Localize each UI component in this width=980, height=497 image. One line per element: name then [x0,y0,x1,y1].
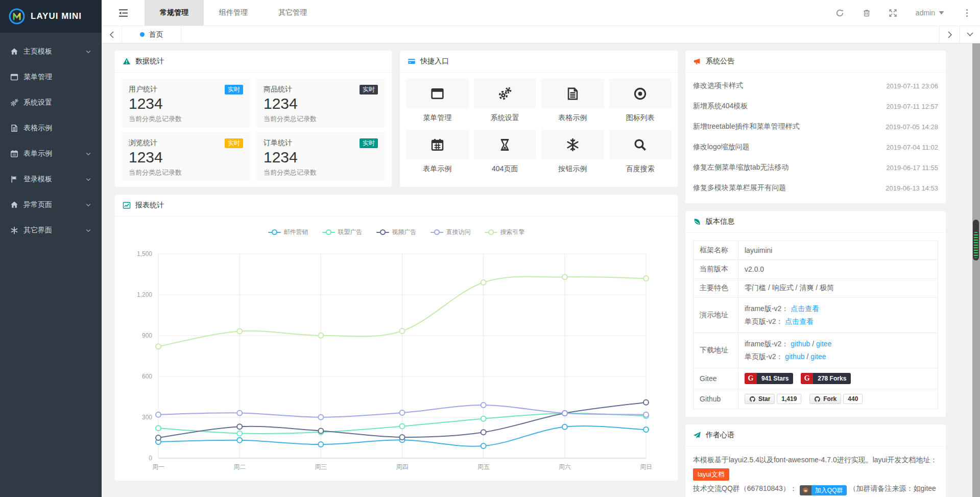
chevron-down-icon [85,202,91,208]
github-fork-button[interactable]: Fork [809,394,841,404]
sidebar-item-menu-management[interactable]: 菜单管理 [0,64,102,90]
quick-entry-menu[interactable]: 菜单管理 [406,79,469,130]
demo-link[interactable]: 点击查看 [785,317,814,325]
qq-badge-label: 加入QQ群 [811,485,847,495]
gitee-forks-badge[interactable]: G 278 Forks [801,373,851,384]
author-message-card: 作者心语 本模板基于layui2.5.4以及font-awesome-4.7.0… [685,424,946,497]
card-header: 快捷入口 [400,51,678,73]
octocat-icon [749,396,756,403]
legend-item-2[interactable]: 联盟广告 [322,228,363,236]
quick-entry-label: 系统设置 [474,113,537,123]
card-title: 作者心语 [706,431,734,440]
list-item[interactable]: 修改选项卡样式 2019-07-11 23:06 [693,76,938,96]
sidebar-item-login-templates[interactable]: 登录模板 [0,167,102,192]
chart-legend: 邮件营销联盟广告视频广告直接访问搜索引擎 [115,228,678,236]
legend-item-1[interactable]: 邮件营销 [268,228,308,236]
card-title: 快捷入口 [420,57,449,66]
github-star-button[interactable]: Star [745,394,775,404]
fullscreen-button[interactable] [880,0,906,26]
notice-date: 2019-07-11 12:57 [886,103,938,110]
clear-cache-button[interactable] [853,0,880,26]
sidebar-item-other-pages[interactable]: 其它界面 [0,218,102,243]
card-header: 版本信息 [685,211,946,233]
stat-box-goods: 商品统计 实时 1234 当前分类总记录数 [256,79,386,127]
quick-entry-icons[interactable]: 图标列表 [609,79,672,130]
legend-marker-icon [322,229,335,235]
trash-icon [863,9,871,17]
sidebar-item-home-templates[interactable]: 主页模板 [0,39,102,64]
quick-entry-buttons[interactable]: 按钮示例 [541,130,604,181]
refresh-button[interactable] [827,0,853,26]
home-icon [10,48,18,56]
legend-item-5[interactable]: 搜索引擎 [485,228,525,236]
notice-text: 修改logo缩放问题 [693,143,749,152]
stat-box-views: 浏览统计 实时 1234 当前分类总记录数 [121,132,251,181]
github-link[interactable]: github [791,340,810,348]
gitee-forks-count: 278 Forks [813,373,851,384]
tabs-scroll-right-button[interactable] [939,26,960,43]
main-area: 常规管理 组件管理 其它管理 admin [102,0,980,497]
svg-text:600: 600 [142,373,152,380]
svg-text:900: 900 [142,332,152,339]
home-icon [10,201,18,209]
github-link[interactable]: github [785,352,804,361]
chevron-down-icon [967,32,973,37]
flag-icon [10,175,18,183]
github-star-count[interactable]: 1,419 [777,394,801,404]
more-options-button[interactable] [953,0,980,26]
card-title: 版本信息 [706,217,734,226]
legend-item-3[interactable]: 视频广告 [376,228,417,236]
gitee-link[interactable]: gitee [816,340,831,348]
nav-tab-general[interactable]: 常规管理 [145,0,204,26]
quick-entry-404[interactable]: 404页面 [474,130,537,181]
list-item[interactable]: 新增系统404模板 2019-07-11 12:57 [693,96,938,116]
gitee-link[interactable]: gitee [810,352,826,361]
table-row: Gitee G 941 Stars G 278 Forks [694,368,938,389]
gitee-badges: G 941 Stars G 278 Forks [738,368,938,389]
legend-label: 视频广告 [392,228,417,236]
chevron-down-icon [85,176,91,182]
sidebar-item-system-settings[interactable]: 系统设置 [0,90,102,115]
list-item[interactable]: 修改logo缩放问题 2019-07-04 11:02 [693,137,938,157]
sidebar-item-table-examples[interactable]: 表格示例 [0,115,102,141]
quick-entry-settings[interactable]: 系统设置 [474,79,537,130]
sidebar-fold-button[interactable] [102,0,145,26]
table-row: 当前版本 v2.0.0 [694,260,938,279]
scrollbar-thumb[interactable] [973,220,979,261]
user-menu[interactable]: admin [906,0,953,26]
quick-entry-label: 表格示例 [541,113,604,123]
tabs-scroll-left-button[interactable] [102,26,122,43]
legend-item-4[interactable]: 直接访问 [431,228,471,236]
demo-link[interactable]: 点击查看 [791,304,819,313]
quick-entry-form[interactable]: 表单示例 [406,130,469,181]
sidebar-item-label: 异常页面 [23,200,52,209]
app-logo[interactable]: LAYUI MINI [0,0,102,33]
card-title: 系统公告 [706,57,734,66]
sidebar-item-error-pages[interactable]: 异常页面 [0,192,102,218]
row-label: 框架名称 [694,241,738,260]
notice-text: 修复多模块菜单栏展开有问题 [693,183,786,193]
join-qq-group-badge[interactable]: 加入QQ群 [800,485,847,495]
quick-entry-table[interactable]: 表格示例 [541,79,604,130]
author-qq-line: 技术交流QQ群（667810843）：加入QQ群（加群请备注来源：如gitee [693,481,938,495]
gitee-stars-badge[interactable]: G 941 Stars [745,373,793,384]
sidebar-item-form-examples[interactable]: 表单示例 [0,141,102,167]
chevron-down-icon [85,151,91,157]
demo-line-prefix: iframe版-v2： [745,304,788,313]
tabs-menu-button[interactable] [960,26,980,43]
list-item[interactable]: 修复左侧菜单缩放tab无法移动 2019-06-17 11:55 [693,157,938,178]
row-label: Gitee [694,368,738,389]
tab-home[interactable]: 首页 [122,26,181,43]
github-fork-count[interactable]: 440 [843,394,863,404]
layui-doc-button[interactable]: layui文档 [693,468,729,481]
list-item[interactable]: 新增treetable插件和菜单管理样式 2019-07-05 14:28 [693,116,938,137]
nav-tab-components[interactable]: 组件管理 [204,0,263,26]
nav-tab-other[interactable]: 其它管理 [263,0,322,26]
calendar-icon [406,130,469,159]
snowflake-icon [541,130,604,159]
scrollbar-track[interactable] [972,43,980,497]
features: 零门槛 / 响应式 / 清爽 / 极简 [738,279,938,298]
quick-entry-baidu-search[interactable]: 百度搜索 [609,130,672,181]
list-item[interactable]: 修复多模块菜单栏展开有问题 2019-06-13 14:53 [693,178,938,198]
gitee-stars-count: 941 Stars [757,373,793,384]
